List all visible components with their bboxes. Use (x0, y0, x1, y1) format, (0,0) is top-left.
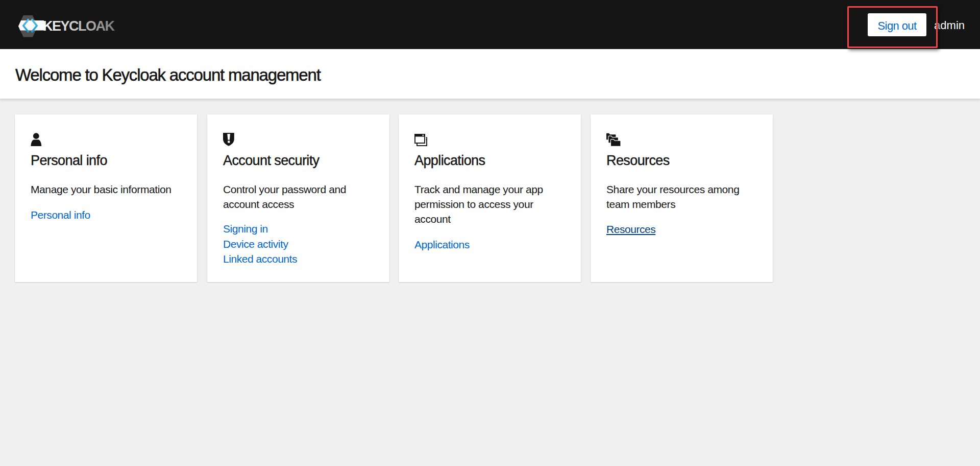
svg-text:KEYCLOAK: KEYCLOAK (43, 18, 115, 34)
